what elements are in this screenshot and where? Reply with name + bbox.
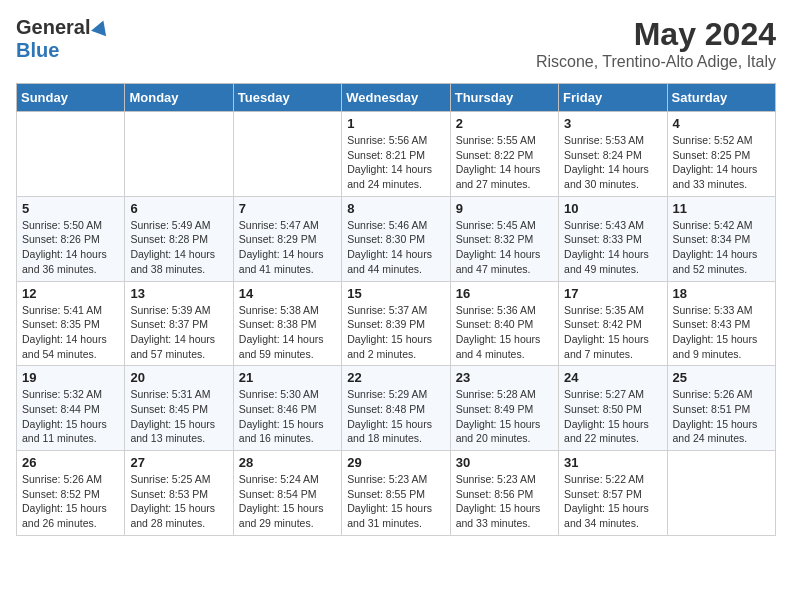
day-detail: Sunrise: 5:52 AMSunset: 8:25 PMDaylight:… [673,133,770,192]
day-detail: Sunrise: 5:28 AMSunset: 8:49 PMDaylight:… [456,387,553,446]
location-title: Riscone, Trentino-Alto Adige, Italy [536,53,776,71]
day-detail: Sunrise: 5:30 AMSunset: 8:46 PMDaylight:… [239,387,336,446]
calendar-cell: 2Sunrise: 5:55 AMSunset: 8:22 PMDaylight… [450,112,558,197]
day-number: 11 [673,201,770,216]
day-number: 9 [456,201,553,216]
day-detail: Sunrise: 5:41 AMSunset: 8:35 PMDaylight:… [22,303,119,362]
day-number: 24 [564,370,661,385]
day-detail: Sunrise: 5:55 AMSunset: 8:22 PMDaylight:… [456,133,553,192]
calendar-cell: 28Sunrise: 5:24 AMSunset: 8:54 PMDayligh… [233,451,341,536]
day-detail: Sunrise: 5:46 AMSunset: 8:30 PMDaylight:… [347,218,444,277]
calendar-cell: 12Sunrise: 5:41 AMSunset: 8:35 PMDayligh… [17,281,125,366]
logo-triangle-icon [92,17,112,36]
calendar-cell: 9Sunrise: 5:45 AMSunset: 8:32 PMDaylight… [450,196,558,281]
calendar-week-4: 19Sunrise: 5:32 AMSunset: 8:44 PMDayligh… [17,366,776,451]
day-number: 27 [130,455,227,470]
calendar-cell: 26Sunrise: 5:26 AMSunset: 8:52 PMDayligh… [17,451,125,536]
day-detail: Sunrise: 5:23 AMSunset: 8:55 PMDaylight:… [347,472,444,531]
day-detail: Sunrise: 5:29 AMSunset: 8:48 PMDaylight:… [347,387,444,446]
month-title: May 2024 [536,16,776,53]
calendar-cell: 18Sunrise: 5:33 AMSunset: 8:43 PMDayligh… [667,281,775,366]
day-detail: Sunrise: 5:23 AMSunset: 8:56 PMDaylight:… [456,472,553,531]
calendar-cell: 14Sunrise: 5:38 AMSunset: 8:38 PMDayligh… [233,281,341,366]
calendar-cell: 20Sunrise: 5:31 AMSunset: 8:45 PMDayligh… [125,366,233,451]
day-number: 2 [456,116,553,131]
day-number: 7 [239,201,336,216]
day-number: 31 [564,455,661,470]
calendar-cell: 29Sunrise: 5:23 AMSunset: 8:55 PMDayligh… [342,451,450,536]
calendar-cell: 27Sunrise: 5:25 AMSunset: 8:53 PMDayligh… [125,451,233,536]
day-number: 26 [22,455,119,470]
calendar-cell: 19Sunrise: 5:32 AMSunset: 8:44 PMDayligh… [17,366,125,451]
day-number: 30 [456,455,553,470]
day-detail: Sunrise: 5:27 AMSunset: 8:50 PMDaylight:… [564,387,661,446]
calendar-cell: 31Sunrise: 5:22 AMSunset: 8:57 PMDayligh… [559,451,667,536]
calendar-cell [233,112,341,197]
day-detail: Sunrise: 5:39 AMSunset: 8:37 PMDaylight:… [130,303,227,362]
calendar-table: Sunday Monday Tuesday Wednesday Thursday… [16,83,776,536]
day-detail: Sunrise: 5:50 AMSunset: 8:26 PMDaylight:… [22,218,119,277]
calendar-cell: 7Sunrise: 5:47 AMSunset: 8:29 PMDaylight… [233,196,341,281]
day-detail: Sunrise: 5:37 AMSunset: 8:39 PMDaylight:… [347,303,444,362]
logo: General Blue [16,16,109,62]
day-number: 22 [347,370,444,385]
calendar-cell: 13Sunrise: 5:39 AMSunset: 8:37 PMDayligh… [125,281,233,366]
day-number: 25 [673,370,770,385]
day-number: 20 [130,370,227,385]
col-monday: Monday [125,84,233,112]
day-detail: Sunrise: 5:32 AMSunset: 8:44 PMDaylight:… [22,387,119,446]
day-detail: Sunrise: 5:33 AMSunset: 8:43 PMDaylight:… [673,303,770,362]
day-detail: Sunrise: 5:47 AMSunset: 8:29 PMDaylight:… [239,218,336,277]
day-number: 15 [347,286,444,301]
col-tuesday: Tuesday [233,84,341,112]
day-number: 19 [22,370,119,385]
calendar-cell: 17Sunrise: 5:35 AMSunset: 8:42 PMDayligh… [559,281,667,366]
day-number: 13 [130,286,227,301]
day-number: 4 [673,116,770,131]
calendar-cell: 16Sunrise: 5:36 AMSunset: 8:40 PMDayligh… [450,281,558,366]
day-number: 12 [22,286,119,301]
calendar-week-3: 12Sunrise: 5:41 AMSunset: 8:35 PMDayligh… [17,281,776,366]
header-row: Sunday Monday Tuesday Wednesday Thursday… [17,84,776,112]
day-detail: Sunrise: 5:26 AMSunset: 8:51 PMDaylight:… [673,387,770,446]
day-number: 23 [456,370,553,385]
calendar-cell: 3Sunrise: 5:53 AMSunset: 8:24 PMDaylight… [559,112,667,197]
calendar-cell: 15Sunrise: 5:37 AMSunset: 8:39 PMDayligh… [342,281,450,366]
day-number: 14 [239,286,336,301]
day-detail: Sunrise: 5:22 AMSunset: 8:57 PMDaylight:… [564,472,661,531]
day-number: 29 [347,455,444,470]
day-detail: Sunrise: 5:38 AMSunset: 8:38 PMDaylight:… [239,303,336,362]
calendar-cell: 5Sunrise: 5:50 AMSunset: 8:26 PMDaylight… [17,196,125,281]
day-number: 16 [456,286,553,301]
calendar-cell [17,112,125,197]
calendar-week-1: 1Sunrise: 5:56 AMSunset: 8:21 PMDaylight… [17,112,776,197]
day-detail: Sunrise: 5:26 AMSunset: 8:52 PMDaylight:… [22,472,119,531]
day-number: 8 [347,201,444,216]
day-detail: Sunrise: 5:35 AMSunset: 8:42 PMDaylight:… [564,303,661,362]
calendar-cell: 25Sunrise: 5:26 AMSunset: 8:51 PMDayligh… [667,366,775,451]
calendar-cell: 4Sunrise: 5:52 AMSunset: 8:25 PMDaylight… [667,112,775,197]
day-number: 17 [564,286,661,301]
calendar-cell: 23Sunrise: 5:28 AMSunset: 8:49 PMDayligh… [450,366,558,451]
calendar-week-2: 5Sunrise: 5:50 AMSunset: 8:26 PMDaylight… [17,196,776,281]
calendar-week-5: 26Sunrise: 5:26 AMSunset: 8:52 PMDayligh… [17,451,776,536]
day-number: 18 [673,286,770,301]
col-sunday: Sunday [17,84,125,112]
calendar-cell [667,451,775,536]
logo-general-text: General [16,16,90,39]
header: General Blue May 2024 Riscone, Trentino-… [16,16,776,71]
calendar-cell: 10Sunrise: 5:43 AMSunset: 8:33 PMDayligh… [559,196,667,281]
col-saturday: Saturday [667,84,775,112]
calendar-cell: 21Sunrise: 5:30 AMSunset: 8:46 PMDayligh… [233,366,341,451]
day-detail: Sunrise: 5:31 AMSunset: 8:45 PMDaylight:… [130,387,227,446]
day-detail: Sunrise: 5:24 AMSunset: 8:54 PMDaylight:… [239,472,336,531]
day-detail: Sunrise: 5:45 AMSunset: 8:32 PMDaylight:… [456,218,553,277]
day-detail: Sunrise: 5:49 AMSunset: 8:28 PMDaylight:… [130,218,227,277]
day-number: 3 [564,116,661,131]
col-thursday: Thursday [450,84,558,112]
day-detail: Sunrise: 5:43 AMSunset: 8:33 PMDaylight:… [564,218,661,277]
day-number: 6 [130,201,227,216]
calendar-cell: 11Sunrise: 5:42 AMSunset: 8:34 PMDayligh… [667,196,775,281]
col-wednesday: Wednesday [342,84,450,112]
calendar-cell: 6Sunrise: 5:49 AMSunset: 8:28 PMDaylight… [125,196,233,281]
